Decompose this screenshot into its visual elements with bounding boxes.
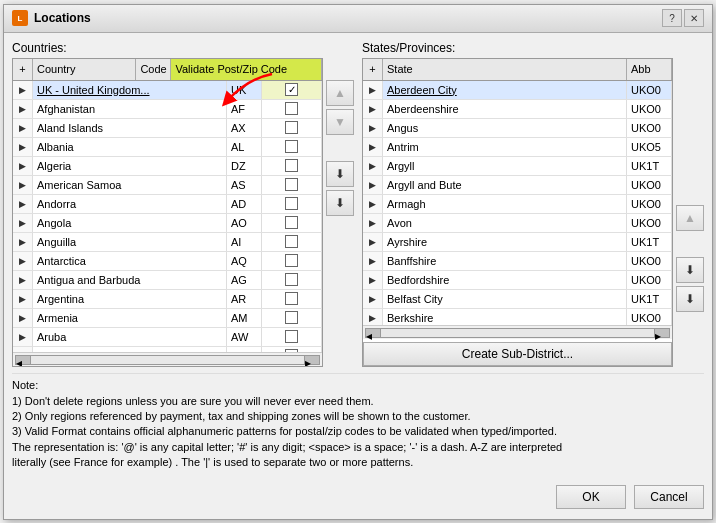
row-arrow[interactable]: ▶ <box>363 309 383 326</box>
validate-check[interactable] <box>262 252 322 270</box>
row-arrow[interactable]: ▶ <box>13 290 33 308</box>
table-row[interactable]: ▶ Angola AO <box>13 214 322 233</box>
validate-check[interactable] <box>262 290 322 308</box>
table-row[interactable]: ▶ Aruba AW <box>13 328 322 347</box>
states-down-button[interactable]: ⬇ <box>676 257 704 283</box>
row-arrow[interactable]: ▶ <box>363 157 383 175</box>
row-arrow[interactable]: ▶ <box>363 81 383 99</box>
countries-table-body[interactable]: ▶ UK - United Kingdom... UK ▶ Afghanista… <box>13 81 322 353</box>
row-arrow[interactable]: ▶ <box>363 290 383 308</box>
scroll-right-btn[interactable]: ▸ <box>304 355 320 365</box>
row-arrow[interactable]: ▶ <box>363 138 383 156</box>
table-row[interactable]: ▶ Bedfordshire UKO0 <box>363 271 672 290</box>
checkbox[interactable] <box>285 197 298 210</box>
table-row[interactable]: ▶ Berkshire UKO0 <box>363 309 672 326</box>
validate-check[interactable] <box>262 233 322 251</box>
validate-check[interactable] <box>262 195 322 213</box>
create-sub-district-button[interactable]: Create Sub-District... <box>363 342 672 366</box>
row-arrow[interactable]: ▶ <box>363 100 383 118</box>
checkbox[interactable] <box>285 178 298 191</box>
row-arrow[interactable]: ▶ <box>363 195 383 213</box>
table-row[interactable]: ▶ Antarctica AQ <box>13 252 322 271</box>
row-arrow[interactable]: ▶ <box>13 271 33 289</box>
validate-check[interactable] <box>262 81 322 99</box>
countries-download-button[interactable]: ⬇ <box>326 190 354 216</box>
row-arrow[interactable]: ▶ <box>363 252 383 270</box>
states-table-body[interactable]: ▶ Aberdeen City UKO0 ▶ Aberdeenshire UKO… <box>363 81 672 326</box>
checkbox[interactable] <box>285 140 298 153</box>
validate-check[interactable] <box>262 176 322 194</box>
validate-check[interactable] <box>262 309 322 327</box>
states-download-button[interactable]: ⬇ <box>676 286 704 312</box>
row-arrow[interactable]: ▶ <box>13 176 33 194</box>
row-arrow[interactable]: ▶ <box>363 271 383 289</box>
table-row[interactable]: ▶ Andorra AD <box>13 195 322 214</box>
checkbox[interactable] <box>285 311 298 324</box>
row-arrow[interactable]: ▶ <box>13 252 33 270</box>
validate-check[interactable] <box>262 214 322 232</box>
table-row[interactable]: ▶ Argyll and Bute UKO0 <box>363 176 672 195</box>
row-arrow[interactable]: ▶ <box>363 119 383 137</box>
table-row[interactable]: ▶ Algeria DZ <box>13 157 322 176</box>
table-row[interactable]: ▶ Aberdeenshire UKO0 <box>363 100 672 119</box>
checkbox[interactable] <box>285 273 298 286</box>
countries-move-down-button[interactable]: ▼ <box>326 109 354 135</box>
row-arrow[interactable]: ▶ <box>13 309 33 327</box>
scroll-left-btn[interactable]: ◂ <box>15 355 31 365</box>
row-arrow[interactable]: ▶ <box>363 233 383 251</box>
table-row[interactable]: ▶ Albania AL <box>13 138 322 157</box>
checkbox[interactable] <box>285 102 298 115</box>
scroll-right-btn[interactable]: ▸ <box>654 328 670 338</box>
states-hscrollbar[interactable]: ◂ ▸ <box>363 325 672 339</box>
validate-check[interactable] <box>262 119 322 137</box>
checkbox[interactable] <box>285 235 298 248</box>
table-row[interactable]: ▶ Antrim UKO5 <box>363 138 672 157</box>
validate-check[interactable] <box>262 100 322 118</box>
row-arrow[interactable]: ▶ <box>13 233 33 251</box>
row-arrow[interactable]: ▶ <box>13 81 33 99</box>
table-row[interactable]: ▶ Argentina AR <box>13 290 322 309</box>
checkbox[interactable] <box>285 330 298 343</box>
checkbox[interactable] <box>285 216 298 229</box>
table-row[interactable]: ▶ Argyll UK1T <box>363 157 672 176</box>
table-row[interactable]: ▶ Belfast City UK1T <box>363 290 672 309</box>
table-row[interactable]: ▶ Avon UKO0 <box>363 214 672 233</box>
table-row[interactable]: ▶ Banffshire UKO0 <box>363 252 672 271</box>
table-row[interactable]: ▶ Antigua and Barbuda AG <box>13 271 322 290</box>
table-row[interactable]: ▶ Armagh UKO0 <box>363 195 672 214</box>
scroll-left-btn[interactable]: ◂ <box>365 328 381 338</box>
row-arrow[interactable]: ▶ <box>363 214 383 232</box>
table-row[interactable]: ▶ American Samoa AS <box>13 176 322 195</box>
table-row[interactable]: ▶ Aberdeen City UKO0 <box>363 81 672 100</box>
countries-move-up-button[interactable]: ▲ <box>326 80 354 106</box>
checkbox[interactable] <box>285 83 298 96</box>
row-arrow[interactable]: ▶ <box>13 138 33 156</box>
row-arrow[interactable]: ▶ <box>13 195 33 213</box>
checkbox[interactable] <box>285 121 298 134</box>
countries-hscrollbar[interactable]: ◂ ▸ <box>13 352 322 366</box>
checkbox[interactable] <box>285 159 298 172</box>
close-button[interactable]: ✕ <box>684 9 704 27</box>
table-row[interactable]: ▶ Armenia AM <box>13 309 322 328</box>
validate-check[interactable] <box>262 328 322 346</box>
ok-button[interactable]: OK <box>556 485 626 509</box>
countries-down-button[interactable]: ⬇ <box>326 161 354 187</box>
states-move-up-button[interactable]: ▲ <box>676 205 704 231</box>
help-button[interactable]: ? <box>662 9 682 27</box>
row-arrow[interactable]: ▶ <box>13 100 33 118</box>
row-arrow[interactable]: ▶ <box>363 176 383 194</box>
table-row[interactable]: ▶ Ayrshire UK1T <box>363 233 672 252</box>
row-arrow[interactable]: ▶ <box>13 157 33 175</box>
row-arrow[interactable]: ▶ <box>13 119 33 137</box>
table-row[interactable]: ▶ Angus UKO0 <box>363 119 672 138</box>
validate-check[interactable] <box>262 157 322 175</box>
table-row[interactable]: ▶ UK - United Kingdom... UK <box>13 81 322 100</box>
checkbox[interactable] <box>285 292 298 305</box>
validate-check[interactable] <box>262 271 322 289</box>
row-arrow[interactable]: ▶ <box>13 214 33 232</box>
table-row[interactable]: ▶ Aland Islands AX <box>13 119 322 138</box>
validate-check[interactable] <box>262 138 322 156</box>
table-row[interactable]: ▶ Anguilla AI <box>13 233 322 252</box>
checkbox[interactable] <box>285 254 298 267</box>
row-arrow[interactable]: ▶ <box>13 328 33 346</box>
